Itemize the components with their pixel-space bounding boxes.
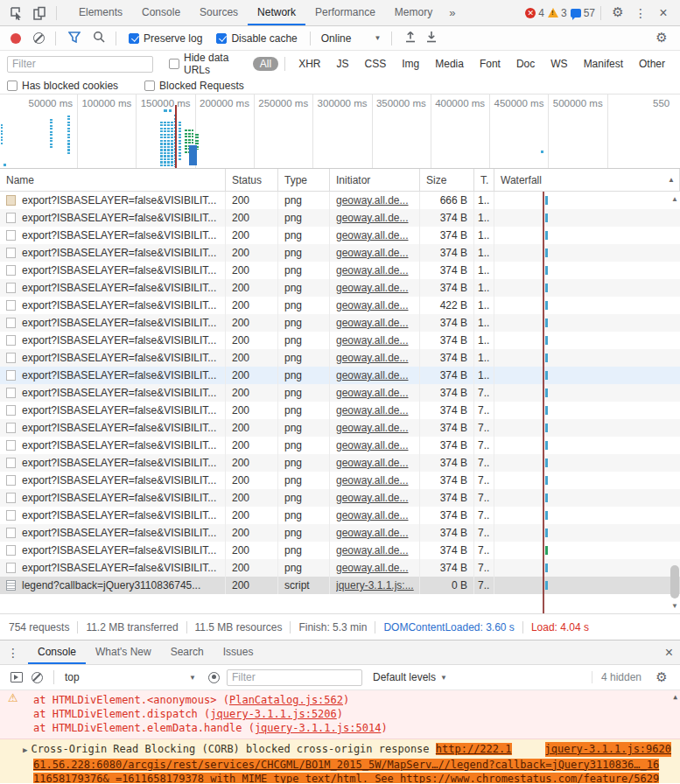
table-row[interactable]: export?ISBASELAYER=false&VISIBILIT...200… [0, 209, 680, 227]
initiator-link[interactable]: geoway.all.de... [336, 492, 409, 504]
record-network-log-icon[interactable] [11, 33, 21, 44]
initiator-link[interactable]: geoway.all.de... [336, 299, 409, 312]
table-row[interactable]: export?ISBASELAYER=false&VISIBILIT...200… [0, 279, 680, 297]
table-row[interactable]: export?ISBASELAYER=false&VISIBILIT...200… [0, 472, 680, 489]
export-har-icon[interactable] [425, 31, 438, 46]
table-row[interactable]: export?ISBASELAYER=false&VISIBILIT...200… [0, 524, 680, 542]
filter-pill-img[interactable]: Img [395, 57, 426, 71]
table-row[interactable]: export?ISBASELAYER=false&VISIBILIT...200… [0, 384, 680, 402]
drawer-tab-search[interactable]: Search [161, 640, 214, 664]
filter-pill-css[interactable]: CSS [358, 57, 394, 71]
filter-funnel-icon[interactable] [68, 32, 81, 46]
table-row[interactable]: export?ISBASELAYER=false&VISIBILIT...200… [0, 559, 680, 577]
initiator-link[interactable]: geoway.all.de... [336, 457, 409, 469]
column-header-size[interactable]: Size [420, 169, 474, 191]
clear-network-log-icon[interactable] [33, 32, 45, 44]
initiator-link[interactable]: geoway.all.de... [336, 352, 409, 364]
console-filter-input[interactable] [227, 669, 362, 686]
filter-pill-manifest[interactable]: Manifest [577, 57, 630, 71]
table-row[interactable]: export?ISBASELAYER=false&VISIBILIT...200… [0, 244, 680, 262]
expand-triangle-icon[interactable]: ▶ [23, 746, 27, 754]
table-row[interactable]: export?ISBASELAYER=false&VISIBILIT...200… [0, 437, 680, 454]
warning-badge[interactable]: 3 [548, 7, 567, 19]
table-row[interactable]: export?ISBASELAYER=false&VISIBILIT...200… [0, 297, 680, 314]
source-location-link[interactable]: PlanCatalog.js:562 [229, 694, 343, 706]
column-header-waterfall[interactable]: Waterfall [494, 169, 680, 191]
table-row[interactable]: export?ISBASELAYER=false&VISIBILIT...200… [0, 262, 680, 279]
tab-elements[interactable]: Elements [69, 0, 132, 25]
tab-performance[interactable]: Performance [305, 0, 385, 25]
initiator-link[interactable]: geoway.all.de... [336, 229, 409, 242]
table-row[interactable]: export?ISBASELAYER=false&VISIBILIT...200… [0, 349, 680, 367]
filter-pill-doc[interactable]: Doc [509, 57, 542, 71]
search-icon[interactable] [93, 31, 105, 46]
issues-badge[interactable]: 57 [571, 7, 595, 19]
table-row[interactable]: export?ISBASELAYER=false&VISIBILIT...200… [0, 227, 680, 244]
has-blocked-cookies-checkbox[interactable]: Has blocked cookies [7, 80, 118, 92]
table-row[interactable]: export?ISBASELAYER=false&VISIBILIT...200… [0, 332, 680, 349]
table-row[interactable]: export?ISBASELAYER=false&VISIBILIT...200… [0, 192, 680, 209]
filter-pill-js[interactable]: JS [330, 57, 356, 71]
column-header-name[interactable]: Name [0, 169, 226, 191]
initiator-link[interactable]: geoway.all.de... [336, 439, 409, 452]
network-overview-timeline[interactable]: 50000 ms100000 ms150000 ms200000 ms25000… [0, 94, 680, 169]
initiator-link[interactable]: geoway.all.de... [336, 334, 409, 346]
initiator-link[interactable]: geoway.all.de... [336, 212, 409, 224]
initiator-link[interactable]: geoway.all.de... [336, 474, 409, 486]
close-drawer-icon[interactable]: × [665, 646, 673, 660]
clear-console-icon[interactable] [32, 672, 43, 683]
initiator-link[interactable]: geoway.all.de... [336, 317, 409, 329]
console-settings-gear-icon[interactable]: ⚙ [650, 666, 673, 689]
table-row[interactable]: export?ISBASELAYER=false&VISIBILIT...200… [0, 542, 680, 559]
initiator-link[interactable]: geoway.all.de... [336, 387, 409, 399]
import-har-icon[interactable] [404, 31, 417, 46]
source-location-link[interactable]: jquery-3.1.1.js:5206 [210, 708, 337, 720]
initiator-link[interactable]: geoway.all.de... [336, 282, 409, 294]
filter-pill-xhr[interactable]: XHR [291, 57, 327, 71]
initiator-link[interactable]: geoway.all.de... [336, 422, 409, 434]
table-row[interactable]: legend?callback=jQuery3110836745...200sc… [0, 577, 680, 594]
device-toolbar-icon[interactable] [28, 2, 51, 24]
initiator-link[interactable]: geoway.all.de... [336, 194, 409, 206]
column-header-initiator[interactable]: Initiator [330, 169, 420, 191]
inspect-element-icon[interactable] [5, 2, 28, 24]
table-row[interactable]: export?ISBASELAYER=false&VISIBILIT...200… [0, 402, 680, 419]
hide-data-urls-checkbox[interactable]: Hide data URLs [169, 52, 240, 76]
live-expression-icon[interactable] [208, 672, 220, 683]
source-location-link[interactable]: jquery-3.1.1.js:5014 [255, 722, 382, 734]
tab-memory[interactable]: Memory [385, 0, 442, 25]
filter-pill-other[interactable]: Other [632, 57, 672, 71]
disable-cache-checkbox[interactable]: Disable cache [216, 32, 297, 45]
filter-pill-media[interactable]: Media [428, 57, 471, 71]
settings-gear-icon[interactable]: ⚙ [606, 2, 629, 24]
initiator-link[interactable]: geoway.all.de... [336, 264, 409, 276]
drawer-tab-what-s-new[interactable]: What's New [86, 640, 161, 664]
kebab-menu-icon[interactable]: ⋮ [629, 2, 652, 24]
drawer-menu-icon[interactable]: ⋮ [7, 647, 19, 659]
sort-ascending-icon[interactable]: ▲ [668, 176, 675, 184]
drawer-tab-issues[interactable]: Issues [214, 640, 263, 664]
initiator-link[interactable]: geoway.all.de... [336, 404, 409, 416]
column-header-status[interactable]: Status [226, 169, 278, 191]
scroll-up-icon[interactable]: ▲ [671, 195, 678, 203]
table-row[interactable]: export?ISBASELAYER=false&VISIBILIT...200… [0, 367, 680, 384]
filter-pill-font[interactable]: Font [473, 57, 508, 71]
initiator-link[interactable]: geoway.all.de... [336, 527, 409, 539]
log-levels-dropdown[interactable]: Default levels ▼ [373, 671, 447, 683]
table-row[interactable]: export?ISBASELAYER=false&VISIBILIT...200… [0, 454, 680, 472]
table-scrollbar[interactable]: ▲ ▼ [669, 192, 680, 613]
column-header-type[interactable]: Type [278, 169, 330, 191]
initiator-link[interactable]: geoway.all.de... [336, 369, 409, 382]
scroll-down-icon[interactable]: ▼ [671, 602, 678, 610]
initiator-link[interactable]: geoway.all.de... [336, 544, 409, 556]
console-scroll-up-icon[interactable]: ▲ [673, 693, 677, 701]
table-row[interactable]: export?ISBASELAYER=false&VISIBILIT...200… [0, 507, 680, 524]
initiator-link[interactable]: geoway.all.de... [336, 562, 409, 574]
execution-context-dropdown[interactable]: top ▼ [65, 671, 196, 683]
initiator-link[interactable]: jquery-3.1.1.js:... [336, 579, 414, 592]
warning-source-link[interactable]: jquery-3.1.1.js:9620 [545, 742, 672, 757]
throttling-dropdown[interactable]: Online ▼ [321, 32, 382, 45]
close-devtools-icon[interactable]: × [652, 2, 675, 24]
error-badge[interactable]: ✕4 [525, 7, 544, 19]
more-tabs-chevron[interactable]: » [442, 6, 462, 19]
